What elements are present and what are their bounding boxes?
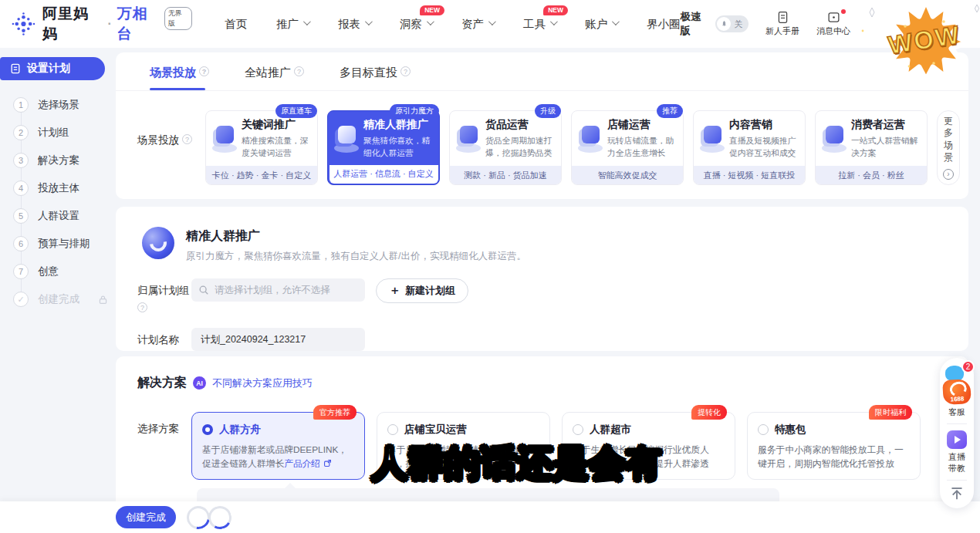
plan-name-input[interactable] <box>191 328 365 351</box>
corner-badge: 推荐 <box>657 104 683 118</box>
live-teaching-label[interactable]: 直播带教 <box>947 451 967 474</box>
nav-item-home[interactable]: 首页 <box>225 17 247 32</box>
tab-sitewide[interactable]: 全站推广 ? <box>245 66 304 90</box>
external-link-icon[interactable] <box>323 459 332 467</box>
step-number: 1 <box>13 97 29 113</box>
nav-item-report[interactable]: 报表 <box>338 17 370 32</box>
nav-item-account[interactable]: 账户 <box>585 17 617 32</box>
option-title: 特惠包 <box>775 423 806 437</box>
plan-group-label: 归属计划组 ? <box>137 278 191 312</box>
step-creative[interactable]: 7 创意 <box>0 258 116 285</box>
scene-card-consumer[interactable]: 消费者运营 一站式人群营销解决方案 拉新 · 会员 · 粉丝 <box>815 110 928 185</box>
option-title: 店铺宝贝运营 <box>404 423 467 437</box>
chevron-down-icon <box>550 18 558 25</box>
solution-option-audience-ark[interactable]: 官方推荐 人群方舟 基于店铺潜新老或品牌DEEPLINK，促进全链路人群增长产品… <box>191 412 365 480</box>
step-choose-scene[interactable]: 1 选择场景 <box>0 91 116 119</box>
help-icon[interactable]: ? <box>199 66 209 76</box>
scene-card-keyword[interactable]: 原直通车 关键词推广 精准搜索流量，深度关键词运营 卡位 · 趋势 · 金卡 ·… <box>205 110 318 185</box>
nav-item-tools[interactable]: NEW 工具 <box>523 17 556 32</box>
step-plan-group[interactable]: 2 计划组 <box>0 119 116 147</box>
help-icon[interactable]: ? <box>294 66 304 76</box>
manual-icon <box>776 11 789 24</box>
scene-card-content[interactable]: 内容营销 直播及短视频推广促内容互动和成交 直播 · 短视频 · 短直联投 <box>693 110 806 185</box>
help-icon[interactable]: ? <box>137 302 147 312</box>
scene-card-title: 精准人群推广 <box>363 118 435 132</box>
nav-item-assets[interactable]: 资产 <box>461 17 494 32</box>
toggle-state-label: 关 <box>734 19 742 30</box>
step-number: 4 <box>13 180 29 196</box>
scene-card-desc: 直播及短视频推广促内容互动和成交 <box>729 134 801 159</box>
precise-audience-icon <box>142 227 174 259</box>
wow-sticker: WOW <box>863 0 980 83</box>
lock-icon <box>98 295 108 305</box>
scene-card-precise-audience[interactable]: 原引力魔方 精准人群推广 聚焦猜你喜欢，精细化人群运营 人群运营 · 信息流 ·… <box>327 110 440 185</box>
step-label: 人群设置 <box>38 209 79 223</box>
topbar-right: 极速版 关 新人手册 消息中心 <box>680 10 850 38</box>
radio-unselected[interactable] <box>758 424 769 435</box>
radio-selected[interactable] <box>202 424 213 435</box>
customer-service-button[interactable]: 客服 <box>947 406 967 417</box>
nav-label: 报表 <box>338 17 360 32</box>
main-nav: 首页 推广 报表 NEW 洞察 资产 NEW 工具 账户 界小圈 <box>225 17 681 32</box>
choose-plan-label: 选择方案 <box>137 412 191 480</box>
radio-unselected[interactable] <box>573 424 583 435</box>
product-intro-link[interactable]: 产品介绍 <box>284 458 320 469</box>
plus-icon: ＋ <box>389 283 400 298</box>
step-label: 投放主体 <box>38 181 79 195</box>
option-desc: 服务于中小商家的智能投放工具，一键开启，周期内智能优化托管投放 <box>758 443 910 471</box>
nav-item-jiexiaoquan[interactable]: 界小圈 <box>647 17 681 32</box>
conversion-badge: 提转化 <box>691 405 727 420</box>
create-done-button[interactable]: 创建完成 <box>116 506 176 528</box>
sidebar-active-label: 设置计划 <box>27 62 70 76</box>
scene-card-shop[interactable]: 推荐 店铺运营 玩转店铺流量，助力全店生意增长 智能高效促成交 <box>571 110 684 185</box>
logo-1688-icon[interactable]: 1688 <box>942 379 972 405</box>
corner-badge: 原引力魔方 <box>390 104 439 118</box>
corner-badge: 原直通车 <box>275 104 317 118</box>
step-label: 计划组 <box>38 126 69 140</box>
more-scenes-button[interactable]: 更多场景 › <box>937 110 960 185</box>
scene-card-tags: 拉新 · 会员 · 粉丝 <box>816 166 927 184</box>
nav-label: 账户 <box>585 17 607 32</box>
message-center-button[interactable]: 消息中心 <box>816 11 850 37</box>
step-number: 2 <box>13 125 29 140</box>
shop-operation-icon <box>576 124 605 153</box>
keyword-promo-icon <box>210 124 239 153</box>
help-icon[interactable]: ? <box>400 66 411 76</box>
solution-tips-link[interactable]: 不同解决方案应用技巧 <box>212 376 313 390</box>
scene-card-title: 店铺运营 <box>607 118 679 132</box>
section-title: 精准人群推广 <box>186 227 526 245</box>
sidebar-item-setup-plan[interactable]: 设置计划 <box>0 57 105 80</box>
radio-unselected[interactable] <box>387 424 398 435</box>
video-subtitle: 人群的话还是会有 <box>372 440 662 487</box>
footer-bar: 创建完成 <box>0 501 980 533</box>
scene-card-goods[interactable]: 升级 货品运营 货品全周期加速打爆，挖掘趋势品类 测款 · 新品 · 货品加速 <box>449 110 562 185</box>
live-teaching-icon[interactable] <box>947 430 967 449</box>
step-audience[interactable]: 5 人群设置 <box>0 202 116 230</box>
plan-name-label: 计划名称 <box>137 328 191 347</box>
topbar: 阿里妈妈 · 万相台 无界版 首页 推广 报表 NEW 洞察 资产 NEW 工具… <box>0 0 980 48</box>
help-icon[interactable]: ? <box>182 134 192 144</box>
nav-label: 推广 <box>276 17 299 32</box>
official-recommend-badge: 官方推荐 <box>313 405 357 420</box>
back-to-top-button[interactable] <box>949 487 965 501</box>
step-target[interactable]: 4 投放主体 <box>0 174 116 202</box>
clipboard-icon <box>10 63 21 74</box>
step-budget[interactable]: 6 预算与排期 <box>0 230 116 258</box>
solution-option-special-pack[interactable]: 限时福利 特惠包 服务于中小商家的智能投放工具，一键开启，周期内智能优化托管投放 <box>747 412 921 480</box>
nav-item-promotion[interactable]: 推广 <box>276 17 309 32</box>
tab-multi-goal[interactable]: 多目标直投 ? <box>340 66 411 90</box>
newbie-manual-button[interactable]: 新人手册 <box>765 11 799 37</box>
tab-scene-launch[interactable]: 场景投放 ? <box>150 66 209 90</box>
nav-item-insight[interactable]: NEW 洞察 <box>400 17 432 32</box>
float-widget: 2 1688 客服 直播带教 <box>940 358 974 508</box>
plan-group-select-input[interactable] <box>191 278 365 302</box>
more-scenes-label: 更多场景 <box>944 116 954 164</box>
nav-label: 洞察 <box>400 17 422 32</box>
solution-panel: 解决方案 AI 不同解决方案应用技巧 选择方案 官方推荐 人群方舟 基于店铺潜新… <box>116 356 968 511</box>
new-plan-group-button[interactable]: ＋ 新建计划组 <box>376 278 468 303</box>
step-solution[interactable]: 3 解决方案 <box>0 147 116 174</box>
brand-logo[interactable]: 阿里妈妈 · 万相台 无界版 <box>11 4 192 44</box>
chevron-down-icon <box>365 18 373 25</box>
speed-mode-toggle[interactable]: 关 <box>715 15 749 32</box>
new-badge: NEW <box>543 5 568 15</box>
